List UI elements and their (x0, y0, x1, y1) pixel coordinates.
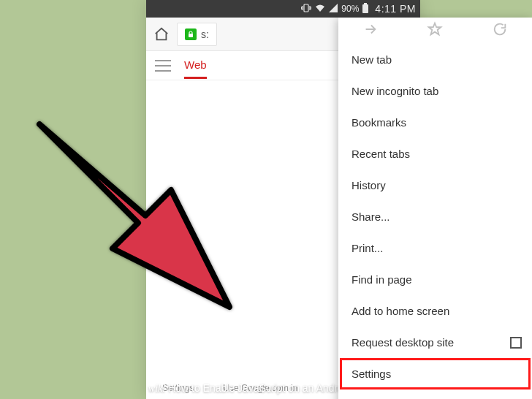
menu-item-find-in-page[interactable]: Find in page (338, 264, 532, 295)
menu-top-icons (338, 18, 532, 44)
refresh-icon[interactable] (492, 21, 508, 40)
url-field[interactable]: s: (177, 23, 217, 46)
menu-item-new-tab[interactable]: New tab (338, 44, 532, 75)
menu-item-add-home[interactable]: Add to home screen (338, 295, 532, 327)
star-icon[interactable] (427, 21, 443, 40)
menu-item-recent-tabs[interactable]: Recent tabs (338, 138, 532, 170)
checkbox-icon[interactable] (510, 337, 522, 349)
svg-rect-7 (189, 34, 193, 37)
vibrate-icon (301, 4, 311, 15)
battery-icon (362, 3, 368, 15)
signal-icon (329, 4, 338, 15)
lock-icon (185, 28, 197, 40)
svg-rect-0 (304, 4, 308, 12)
url-text: s: (201, 28, 209, 40)
forward-icon[interactable] (362, 21, 379, 40)
menu-item-print[interactable]: Print... (338, 232, 532, 264)
menu-item-bookmarks[interactable]: Bookmarks (338, 107, 532, 138)
battery-pct: 90% (341, 4, 359, 14)
menu-item-share[interactable]: Share... (338, 201, 532, 232)
menu-item-new-incognito[interactable]: New incognito tab (338, 75, 532, 107)
svg-rect-6 (364, 3, 367, 4)
clock: 4:11 PM (375, 3, 416, 15)
menu-item-history[interactable]: History (338, 170, 532, 201)
tab-web[interactable]: Web (184, 58, 207, 79)
wikihow-brand: wiki (148, 383, 165, 395)
tutorial-screenshot: 90% 4:11 PM s: Web Settings (0, 0, 532, 399)
chrome-overflow-menu: New tab New incognito tab Bookmarks Rece… (338, 18, 532, 399)
svg-rect-5 (362, 4, 368, 13)
android-status-bar: 90% 4:11 PM (146, 0, 420, 18)
menu-item-help[interactable]: Help & feedback (338, 390, 532, 399)
wifi-icon (315, 4, 325, 15)
home-icon[interactable] (153, 26, 170, 42)
menu-item-desktop-site[interactable]: Request desktop site (338, 327, 532, 358)
hamburger-icon[interactable] (155, 60, 171, 72)
menu-item-settings[interactable]: Settings (338, 358, 532, 390)
